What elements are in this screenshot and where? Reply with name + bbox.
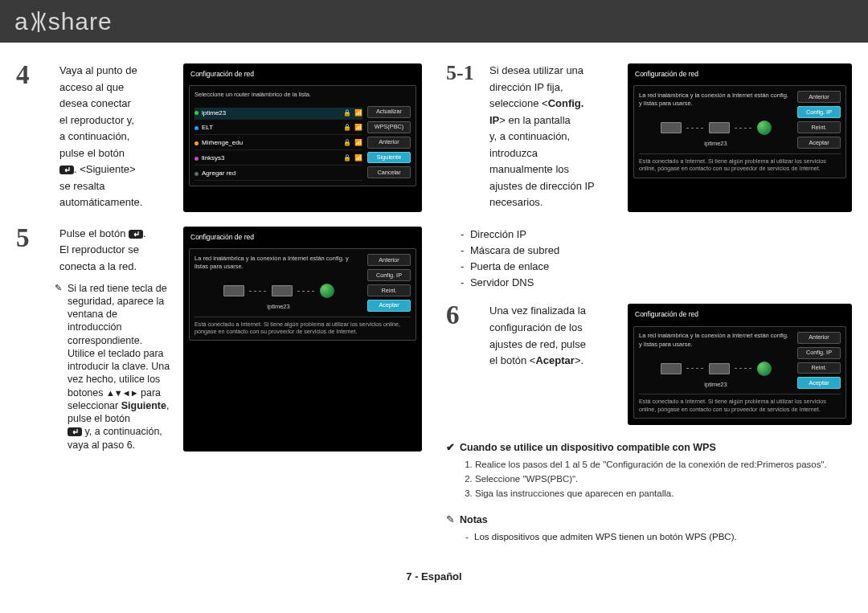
right-column: 5-1 Si desea utilizar una dirección IP f…	[446, 63, 852, 545]
wps-heading: Cuando se utilice un dispositivo compati…	[446, 441, 852, 453]
page-footer: 7 - Español	[0, 570, 868, 592]
notes-heading: Notas	[446, 513, 852, 525]
list-item: Seleccione "WPS(PBC)".	[475, 472, 852, 487]
enter-icon	[129, 230, 143, 239]
wifi-icon: 📶	[354, 109, 362, 118]
list-item: linksys3🔒📶	[194, 153, 362, 166]
step-4: 4 Vaya al punto de acceso al que desea c…	[16, 63, 422, 212]
enter-icon	[59, 166, 74, 174]
wifi-list: iptime23🔒📶 ELT🔒📶 Mirhenge_edu🔒📶 linksys3…	[194, 108, 362, 181]
ss-btn: Cancelar	[367, 166, 411, 178]
step-6: 6 Una vez finalizada la configuración de…	[446, 304, 852, 425]
step-number: 6	[446, 304, 483, 425]
step5-text: Pulse el botón . El reproductor se conec…	[59, 227, 174, 452]
step-number: 5-1	[446, 63, 483, 212]
step51-text: Si desea utilizar una dirección IP fija,…	[489, 63, 618, 212]
list-item: Realice los pasos del 1 al 5 de "Configu…	[475, 458, 852, 472]
enter-icon	[68, 427, 82, 436]
list-item: Dirección IP	[470, 227, 852, 243]
list-item: ELT🔒📶	[194, 122, 362, 135]
list-item: Agregar red	[194, 168, 362, 181]
step5-screenshot: Configuración de red La red inalámbrica …	[183, 227, 422, 452]
step4-text: Vaya al punto de acceso al que desea con…	[59, 63, 174, 212]
step6-screenshot: Configuración de red La red inalámbrica …	[628, 304, 852, 425]
page-content: 4 Vaya al punto de acceso al que desea c…	[0, 43, 868, 553]
list-item: Puerta de enlace	[470, 259, 852, 275]
ss-btn: Siguiente	[367, 152, 411, 164]
ip-settings-list: Dirección IP Máscara de subred Puerta de…	[470, 227, 852, 292]
list-item: Mirhenge_edu🔒📶	[194, 137, 362, 150]
ss-btn: WPS(PBC)	[367, 121, 411, 133]
ss-btn: Anterior	[367, 137, 411, 149]
lock-icon: 🔒	[343, 109, 351, 118]
notes-list: Los dispositivos que admiten WPS tienen …	[475, 530, 852, 545]
list-item: Los dispositivos que admiten WPS tienen …	[475, 530, 852, 545]
ss-btn: Actualizar	[367, 106, 411, 118]
logo-word-share: share	[48, 8, 113, 35]
router-icon	[272, 285, 293, 296]
step-5-1: 5-1 Si desea utilizar una dirección IP f…	[446, 63, 852, 212]
wps-steps: Realice los pasos del 1 al 5 de "Configu…	[475, 458, 852, 501]
list-item: iptime23🔒📶	[194, 108, 362, 121]
step51-screenshot: Configuración de red La red inalámbrica …	[628, 63, 852, 212]
list-item: Siga las instrucciones que aparecen en p…	[475, 487, 852, 501]
globe-icon	[320, 284, 334, 298]
step-number: 4	[16, 63, 53, 212]
step5-note: Si la red tiene tecla de seguridad, apar…	[58, 282, 174, 452]
logo-bars-icon	[30, 11, 47, 32]
step4-screenshot: Configuración de red Seleccione un route…	[183, 63, 422, 212]
list-item: Servidor DNS	[470, 275, 852, 291]
header-bar: ashare	[0, 0, 868, 43]
arrow-keys-icon: ▲▼◄►	[106, 388, 138, 398]
allshare-logo: ashare	[14, 8, 113, 35]
step-number: 5	[16, 227, 53, 452]
step-5: 5 Pulse el botón . El reproductor se con…	[16, 227, 422, 452]
step6-text: Una vez finalizada la configuración de l…	[489, 304, 618, 425]
logo-letter-a: a	[14, 8, 29, 35]
connection-diagram	[194, 276, 362, 301]
ss-title: Configuración de red	[189, 68, 416, 82]
left-column: 4 Vaya al punto de acceso al que desea c…	[16, 63, 422, 545]
list-item: Máscara de subred	[470, 243, 852, 259]
device-icon	[223, 285, 244, 296]
